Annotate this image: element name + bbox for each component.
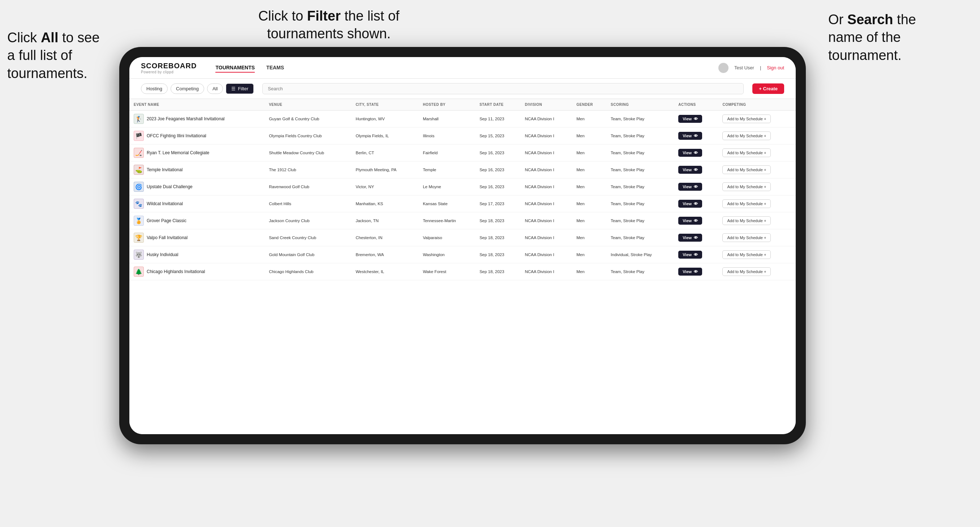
hosted-cell-8: Valparaiso xyxy=(418,229,475,246)
team-icon-10: 🌲 xyxy=(134,267,144,277)
add-schedule-button-8[interactable]: Add to My Schedule + xyxy=(722,233,771,242)
actions-cell-5: View 👁 xyxy=(674,178,718,195)
venue-cell-1: Guyan Golf & Country Club xyxy=(264,111,351,127)
scoring-cell-2: Team, Stroke Play xyxy=(606,127,674,144)
competing-filter-button[interactable]: Competing xyxy=(170,83,204,94)
eye-icon-9: 👁 xyxy=(694,252,698,257)
tablet-screen: SCOREBOARD Powered by clippd TOURNAMENTS… xyxy=(129,57,796,434)
event-name-2: OFCC Fighting Illini Invitational xyxy=(147,133,206,138)
table-row: 🏌 2023 Joe Feaganes Marshall Invitationa… xyxy=(129,111,796,127)
eye-icon-6: 👁 xyxy=(694,202,698,206)
table-row: 🐾 Wildcat Invitational Colbert Hills Man… xyxy=(129,195,796,213)
nav-teams[interactable]: TEAMS xyxy=(266,63,284,73)
team-icon-5: 🌀 xyxy=(134,182,144,192)
add-schedule-button-5[interactable]: Add to My Schedule + xyxy=(722,183,771,191)
hosting-filter-button[interactable]: Hosting xyxy=(141,83,168,94)
view-button-8[interactable]: View 👁 xyxy=(678,234,702,242)
team-icon-7: 🏅 xyxy=(134,216,144,226)
filter-toggle-button[interactable]: ☰ Filter xyxy=(226,83,254,94)
scoring-cell-3: Team, Stroke Play xyxy=(606,144,674,162)
event-name-cell-1: 🏌 2023 Joe Feaganes Marshall Invitationa… xyxy=(129,111,264,127)
table-row: 🌀 Upstate Dual Challenge Ravenwood Golf … xyxy=(129,178,796,195)
gender-cell-7: Men xyxy=(572,213,606,229)
view-button-3[interactable]: View 👁 xyxy=(678,149,702,157)
scoring-cell-5: Team, Stroke Play xyxy=(606,178,674,195)
city-cell-2: Olympia Fields, IL xyxy=(351,127,418,144)
add-schedule-button-6[interactable]: Add to My Schedule + xyxy=(722,199,771,208)
view-label-7: View xyxy=(682,219,692,223)
division-cell-3: NCAA Division I xyxy=(520,144,572,162)
annotation-topright: Or Search thename of thetournament. xyxy=(828,11,973,64)
view-label-5: View xyxy=(682,184,692,189)
gender-cell-5: Men xyxy=(572,178,606,195)
view-button-5[interactable]: View 👁 xyxy=(678,183,702,191)
venue-cell-10: Chicago Highlands Club xyxy=(264,264,351,280)
division-cell-9: NCAA Division I xyxy=(520,246,572,264)
venue-cell-4: The 1912 Club xyxy=(264,162,351,178)
gender-cell-6: Men xyxy=(572,195,606,213)
actions-cell-10: View 👁 xyxy=(674,264,718,280)
create-button[interactable]: + Create xyxy=(752,83,784,94)
competing-cell-2: Add to My Schedule + xyxy=(718,127,796,144)
gender-cell-2: Men xyxy=(572,127,606,144)
annotation-topleft: Click All to seea full list oftournament… xyxy=(7,29,123,83)
venue-cell-7: Jackson Country Club xyxy=(264,213,351,229)
team-icon-1: 🏌 xyxy=(134,114,144,124)
add-schedule-button-1[interactable]: Add to My Schedule + xyxy=(722,114,771,123)
table-row: 🏴 OFCC Fighting Illini Invitational Olym… xyxy=(129,127,796,144)
event-name-9: Husky Individual xyxy=(147,252,178,257)
hosted-cell-9: Washington xyxy=(418,246,475,264)
division-cell-7: NCAA Division I xyxy=(520,213,572,229)
scoring-cell-6: Team, Stroke Play xyxy=(606,195,674,213)
hosted-cell-10: Wake Forest xyxy=(418,264,475,280)
add-schedule-button-10[interactable]: Add to My Schedule + xyxy=(722,267,771,276)
hosted-cell-3: Fairfield xyxy=(418,144,475,162)
table-header-row: EVENT NAME VENUE CITY, STATE HOSTED BY S… xyxy=(129,99,796,111)
city-cell-10: Westchester, IL xyxy=(351,264,418,280)
eye-icon-2: 👁 xyxy=(694,133,698,138)
tournaments-table: EVENT NAME VENUE CITY, STATE HOSTED BY S… xyxy=(129,99,796,280)
add-schedule-button-9[interactable]: Add to My Schedule + xyxy=(722,250,771,259)
tablet-frame: SCOREBOARD Powered by clippd TOURNAMENTS… xyxy=(119,47,806,444)
view-button-7[interactable]: View 👁 xyxy=(678,217,702,225)
col-header-venue: VENUE xyxy=(264,99,351,111)
city-cell-6: Manhattan, KS xyxy=(351,195,418,213)
date-cell-4: Sep 16, 2023 xyxy=(475,162,521,178)
scoring-cell-7: Team, Stroke Play xyxy=(606,213,674,229)
view-label-10: View xyxy=(682,270,692,274)
event-name-cell-8: 🏆 Valpo Fall Invitational xyxy=(129,229,264,246)
view-button-6[interactable]: View 👁 xyxy=(678,200,702,208)
gender-cell-1: Men xyxy=(572,111,606,127)
event-name-cell-5: 🌀 Upstate Dual Challenge xyxy=(129,178,264,195)
event-name-cell-10: 🌲 Chicago Highlands Invitational xyxy=(129,264,264,280)
sign-out-link[interactable]: Sign out xyxy=(767,65,784,70)
add-schedule-button-4[interactable]: Add to My Schedule + xyxy=(722,165,771,174)
division-cell-10: NCAA Division I xyxy=(520,264,572,280)
view-button-1[interactable]: View 👁 xyxy=(678,115,702,123)
logo-area: SCOREBOARD Powered by clippd xyxy=(141,62,197,74)
division-cell-8: NCAA Division I xyxy=(520,229,572,246)
annotation-topcenter: Click to Filter the list oftournaments s… xyxy=(224,7,434,43)
gender-cell-9: Men xyxy=(572,246,606,264)
event-name-cell-7: 🏅 Grover Page Classic xyxy=(129,213,264,229)
all-filter-button[interactable]: All xyxy=(207,83,223,94)
table-row: 🌲 Chicago Highlands Invitational Chicago… xyxy=(129,264,796,280)
view-button-2[interactable]: View 👁 xyxy=(678,132,702,140)
user-name: Test User xyxy=(734,65,754,70)
view-button-10[interactable]: View 👁 xyxy=(678,268,702,276)
date-cell-5: Sep 16, 2023 xyxy=(475,178,521,195)
add-schedule-button-2[interactable]: Add to My Schedule + xyxy=(722,132,771,140)
view-button-9[interactable]: View 👁 xyxy=(678,251,702,259)
add-schedule-button-7[interactable]: Add to My Schedule + xyxy=(722,216,771,225)
venue-cell-6: Colbert Hills xyxy=(264,195,351,213)
view-label-3: View xyxy=(682,151,692,155)
competing-cell-5: Add to My Schedule + xyxy=(718,178,796,195)
nav-tournaments[interactable]: TOURNAMENTS xyxy=(215,63,255,73)
user-avatar xyxy=(718,63,729,73)
view-button-4[interactable]: View 👁 xyxy=(678,166,702,174)
gender-cell-4: Men xyxy=(572,162,606,178)
add-schedule-button-3[interactable]: Add to My Schedule + xyxy=(722,148,771,157)
view-label-8: View xyxy=(682,235,692,240)
gender-cell-3: Men xyxy=(572,144,606,162)
search-input[interactable] xyxy=(262,83,744,94)
